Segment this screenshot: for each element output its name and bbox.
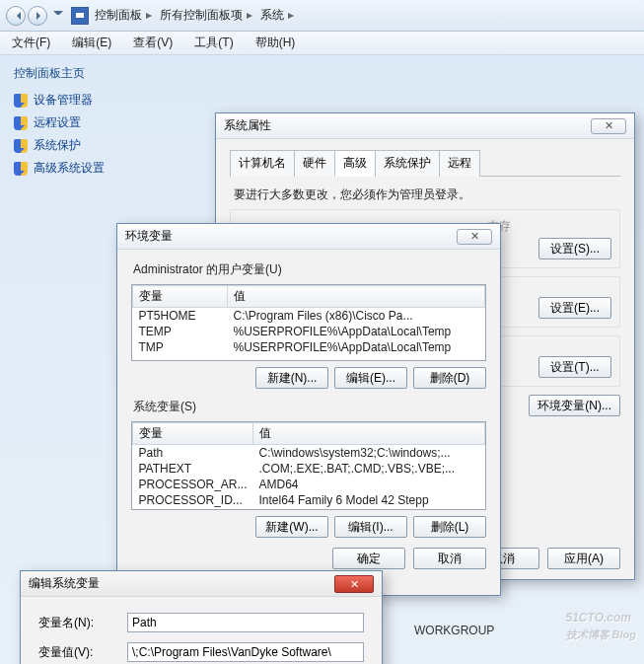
left-sidebar: 控制面板主页 设备管理器 远程设置 系统保护 高级系统设置 — [0, 55, 207, 183]
dialog-title: 编辑系统变量 — [29, 575, 100, 592]
shield-icon — [14, 162, 28, 176]
tab-computer-name[interactable]: 计算机名 — [230, 150, 295, 177]
var-name-label: 变量名(N): — [38, 615, 117, 631]
list-item: PathC:\windows\system32;C:\windows;... — [133, 445, 485, 462]
forward-button[interactable] — [28, 6, 47, 26]
sidebar-item-label: 设备管理器 — [34, 92, 93, 109]
history-dropdown-icon[interactable] — [53, 11, 63, 21]
environment-variables-dialog: 环境变量 ✕ Administrator 的用户变量(U) 变量 值 PT5HO… — [116, 223, 501, 596]
sys-vars-label: 系统变量(S) — [133, 399, 486, 415]
list-item: TMP%USERPROFILE%\AppData\Local\Temp — [133, 339, 485, 355]
close-icon[interactable]: ✕ — [457, 229, 492, 245]
env-variables-button[interactable]: 环境变量(N)... — [529, 395, 620, 416]
list-item: PROCESSOR_AR...AMD64 — [133, 477, 485, 492]
shield-icon — [14, 139, 28, 153]
edit-user-var-button[interactable]: 编辑(E)... — [334, 367, 407, 389]
close-icon[interactable]: ✕ — [591, 118, 626, 134]
back-button[interactable] — [6, 6, 26, 26]
tab-advanced[interactable]: 高级 — [334, 150, 376, 177]
breadcrumb-item[interactable]: 控制面板 — [95, 7, 156, 24]
column-val[interactable]: 值 — [253, 423, 485, 445]
column-var[interactable]: 变量 — [133, 423, 253, 445]
menu-edit[interactable]: 编辑(E) — [68, 33, 115, 53]
control-panel-home-link[interactable]: 控制面板主页 — [14, 65, 207, 82]
menu-tools[interactable]: 工具(T) — [190, 33, 237, 53]
new-user-var-button[interactable]: 新建(N)... — [255, 367, 328, 389]
var-value-input[interactable] — [127, 642, 364, 662]
dialog-title: 环境变量 — [125, 228, 173, 245]
shield-icon — [14, 94, 28, 108]
explorer-address-bar: 控制面板 所有控制面板项 系统 — [0, 0, 644, 32]
menu-bar: 文件(F) 编辑(E) 查看(V) 工具(T) 帮助(H) — [0, 32, 644, 55]
sidebar-item-advanced[interactable]: 高级系统设置 — [14, 160, 207, 177]
list-item: PT5HOMEC:\Program Files (x86)\Cisco Pa..… — [133, 308, 485, 325]
edit-system-variable-dialog: 编辑系统变量 ✕ 变量名(N): 变量值(V): 确定 取消 — [20, 570, 383, 664]
user-vars-label: Administrator 的用户变量(U) — [133, 261, 486, 278]
edit-sys-var-button[interactable]: 编辑(I)... — [334, 516, 407, 538]
tab-system-protection[interactable]: 系统保护 — [375, 150, 440, 177]
list-item: PROCESSOR_ID...Intel64 Family 6 Model 42… — [133, 492, 485, 508]
menu-file[interactable]: 文件(F) — [8, 33, 54, 53]
watermark: 51CTO.com 技术博客 Blog — [566, 602, 637, 642]
sidebar-item-system-protection[interactable]: 系统保护 — [14, 137, 207, 154]
ok-button[interactable]: 确定 — [332, 548, 405, 569]
close-icon[interactable]: ✕ — [334, 575, 374, 593]
control-panel-icon — [71, 7, 89, 25]
sidebar-item-label: 高级系统设置 — [34, 160, 105, 177]
admin-note: 要进行大多数更改，您必须作为管理员登录。 — [234, 186, 616, 203]
shield-icon — [14, 116, 28, 130]
menu-help[interactable]: 帮助(H) — [251, 33, 300, 53]
sidebar-item-remote[interactable]: 远程设置 — [14, 114, 207, 131]
var-name-input[interactable] — [127, 613, 364, 632]
sidebar-item-label: 远程设置 — [34, 114, 81, 131]
settings-startup-button[interactable]: 设置(T)... — [538, 356, 611, 378]
system-vars-list[interactable]: 变量 值 PathC:\windows\system32;C:\windows;… — [131, 421, 486, 510]
column-val[interactable]: 值 — [228, 286, 485, 308]
menu-view[interactable]: 查看(V) — [129, 33, 177, 53]
tab-hardware[interactable]: 硬件 — [294, 150, 335, 177]
settings-profiles-button[interactable]: 设置(E)... — [538, 297, 611, 319]
settings-performance-button[interactable]: 设置(S)... — [538, 238, 611, 259]
list-item: PATHEXT.COM;.EXE;.BAT;.CMD;.VBS;.VBE;... — [133, 461, 485, 477]
sidebar-item-device-manager[interactable]: 设备管理器 — [14, 92, 207, 109]
watermark-big: 51CTO.com — [566, 611, 631, 625]
dialog-title: 系统属性 — [224, 117, 271, 134]
list-item: TEMP%USERPROFILE%\AppData\Local\Temp — [133, 324, 485, 339]
delete-sys-var-button[interactable]: 删除(L) — [413, 516, 486, 538]
new-sys-var-button[interactable]: 新建(W)... — [255, 516, 328, 538]
var-value-label: 变量值(V): — [38, 644, 117, 661]
watermark-small: 技术博客 Blog — [566, 627, 637, 642]
tab-strip: 计算机名 硬件 高级 系统保护 远程 — [230, 149, 620, 177]
workgroup-value: WORKGROUP — [414, 624, 494, 637]
apply-button[interactable]: 应用(A) — [547, 548, 620, 569]
breadcrumb-item[interactable]: 系统 — [260, 7, 298, 24]
sidebar-item-label: 系统保护 — [34, 137, 81, 154]
column-var[interactable]: 变量 — [133, 286, 228, 308]
user-vars-list[interactable]: 变量 值 PT5HOMEC:\Program Files (x86)\Cisco… — [131, 284, 486, 361]
tab-remote[interactable]: 远程 — [439, 150, 480, 177]
breadcrumb-item[interactable]: 所有控制面板项 — [160, 7, 256, 24]
delete-user-var-button[interactable]: 删除(D) — [413, 367, 486, 389]
cancel-button[interactable]: 取消 — [413, 548, 486, 569]
